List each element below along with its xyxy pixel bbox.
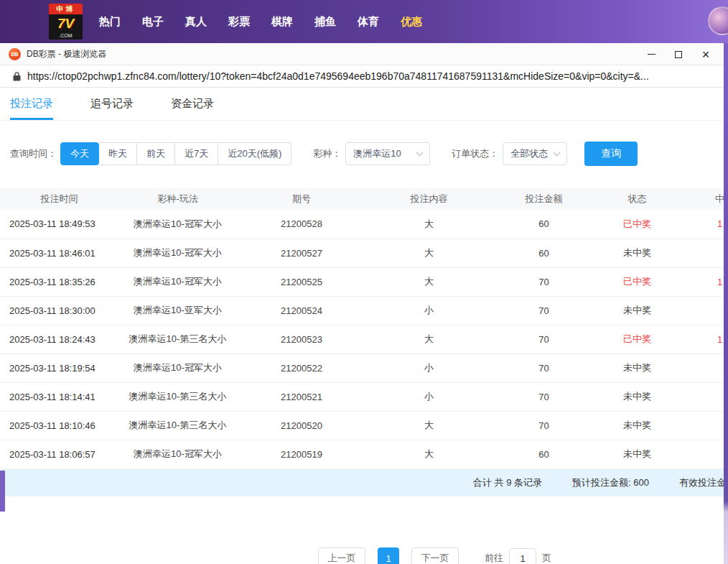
next-page-button[interactable]: 下一页 <box>411 547 459 564</box>
cell-win-amount <box>678 239 724 267</box>
table-row: 2025-03-11 18:19:54 澳洲幸运10-冠军大小 21200522… <box>0 353 724 382</box>
table-header-row: 投注时间彩种-玩法期号投注内容投注金额状态中 <box>0 188 724 210</box>
summary-total: 合计 共 9 条记录 <box>473 476 542 489</box>
column-header: 彩种-玩法 <box>118 188 237 210</box>
browser-window: DB DB彩票 - 极速浏览器 × https://ctop02pchwp1.z… <box>0 43 724 564</box>
goto-page-input[interactable] <box>509 548 536 564</box>
close-icon: × <box>702 48 710 61</box>
nav-item[interactable]: 捕鱼 <box>304 0 347 43</box>
top-nav: 申博 7V .COM 热门电子真人彩票棋牌捕鱼体育优惠 <box>0 0 728 43</box>
minimize-button[interactable] <box>638 43 665 65</box>
window-controls: × <box>638 43 719 65</box>
table-body: 2025-03-11 18:49:53 澳洲幸运10-冠军大小 21200528… <box>0 210 724 468</box>
order-status-select[interactable]: 全部状态 <box>503 142 567 165</box>
column-header: 投注时间 <box>0 188 118 210</box>
desktop-background-left <box>0 471 5 512</box>
url-text[interactable]: https://ctop02pchwp1.zfnc84.com/lottery/… <box>27 70 720 82</box>
cell-issue: 21200524 <box>237 296 366 325</box>
user-avatar[interactable] <box>708 6 728 35</box>
cell-win-amount: 1 <box>678 325 724 353</box>
cell-status: 已中奖 <box>596 210 678 239</box>
nav-item[interactable]: 优惠 <box>390 0 433 43</box>
cell-win-amount: 1 <box>678 267 724 296</box>
column-header: 状态 <box>596 188 678 210</box>
brand-logo[interactable]: 申博 7V .COM <box>49 4 83 40</box>
desktop-background-right <box>724 43 728 564</box>
filter-bar: 查询时间： 今天昨天前天近7天近20天(低频) 彩种： 澳洲幸运10 订单状态：… <box>10 142 724 166</box>
cell-amount: 70 <box>492 296 596 325</box>
time-range-button[interactable]: 前天 <box>137 142 175 165</box>
table-row: 2025-03-11 18:49:53 澳洲幸运10-冠军大小 21200528… <box>0 210 724 239</box>
nav-item[interactable]: 真人 <box>174 0 218 43</box>
main-menu: 热门电子真人彩票棋牌捕鱼体育优惠 <box>88 0 433 43</box>
cell-amount: 70 <box>492 353 596 382</box>
cell-win-amount <box>678 353 724 382</box>
address-bar[interactable]: https://ctop02pchwp1.zfnc84.com/lottery/… <box>0 65 724 88</box>
cell-bet-time: 2025-03-11 18:10:46 <box>0 411 118 440</box>
nav-item[interactable]: 热门 <box>88 0 131 43</box>
summary-valid: 有效投注金额 <box>679 476 724 489</box>
column-header: 中 <box>678 188 724 210</box>
summary-expected: 预计投注金额: 600 <box>572 476 649 489</box>
table-row: 2025-03-11 18:30:00 澳洲幸运10-亚军大小 21200524… <box>0 296 724 325</box>
table-row: 2025-03-11 18:24:43 澳洲幸运10-第三名大小 2120052… <box>0 325 724 353</box>
goto-label: 前往 <box>485 552 503 564</box>
nav-item[interactable]: 棋牌 <box>261 0 304 43</box>
cell-win-amount <box>678 382 724 411</box>
time-range-button[interactable]: 近20天(低频) <box>218 142 291 165</box>
maximize-icon <box>675 51 682 58</box>
logo-text-sub: .COM <box>59 32 72 39</box>
cell-amount: 60 <box>492 239 596 267</box>
tab[interactable]: 资金记录 <box>171 88 214 120</box>
cell-bet-time: 2025-03-11 18:19:54 <box>0 353 118 382</box>
cell-game: 澳洲幸运10-冠军大小 <box>118 440 237 468</box>
time-range-button[interactable]: 今天 <box>60 142 99 165</box>
cell-game: 澳洲幸运10-冠军大小 <box>118 239 237 267</box>
current-page-button[interactable]: 1 <box>378 547 399 564</box>
cell-status: 未中奖 <box>596 440 678 468</box>
lottery-select-value: 澳洲幸运10 <box>353 147 401 160</box>
cell-status: 未中奖 <box>596 411 678 440</box>
summary-bar: 合计 共 9 条记录 预计投注金额: 600 有效投注金额 <box>0 469 724 496</box>
cell-bet-time: 2025-03-11 18:14:41 <box>0 382 118 411</box>
table-row: 2025-03-11 18:46:01 澳洲幸运10-冠军大小 21200527… <box>0 239 724 267</box>
time-filter-label: 查询时间： <box>10 147 57 160</box>
tab[interactable]: 投注记录 <box>10 88 53 120</box>
cell-amount: 70 <box>492 382 596 411</box>
prev-page-button[interactable]: 上一页 <box>318 547 365 564</box>
nav-item[interactable]: 彩票 <box>218 0 261 43</box>
table-row: 2025-03-11 18:35:26 澳洲幸运10-冠军大小 21200525… <box>0 267 724 296</box>
cell-status: 已中奖 <box>596 325 678 353</box>
cell-content: 大 <box>366 325 492 353</box>
time-range-button[interactable]: 昨天 <box>99 142 137 165</box>
logo-text-main: 7V <box>57 14 74 32</box>
table-row: 2025-03-11 18:06:57 澳洲幸运10-冠军大小 21200519… <box>0 440 724 468</box>
lottery-select[interactable]: 澳洲幸运10 <box>345 142 430 165</box>
time-range-button[interactable]: 近7天 <box>175 142 218 165</box>
cell-content: 小 <box>366 382 492 411</box>
cell-game: 澳洲幸运10-冠军大小 <box>118 353 237 382</box>
close-button[interactable]: × <box>692 43 719 65</box>
browser-favicon-icon: DB <box>9 48 21 60</box>
cell-content: 大 <box>366 210 492 239</box>
query-button[interactable]: 查询 <box>584 142 638 166</box>
window-title: DB彩票 - 极速浏览器 <box>27 48 106 60</box>
cell-issue: 21200521 <box>237 382 366 411</box>
cell-game: 澳洲幸运10-第三名大小 <box>118 325 237 353</box>
nav-item[interactable]: 体育 <box>347 0 390 43</box>
nav-item[interactable]: 电子 <box>131 0 174 43</box>
order-status-value: 全部状态 <box>510 147 548 160</box>
maximize-button[interactable] <box>665 43 692 65</box>
chevron-down-icon <box>416 149 424 157</box>
tab[interactable]: 追号记录 <box>90 88 134 120</box>
cell-game: 澳洲幸运10-亚军大小 <box>118 296 237 325</box>
cell-status: 未中奖 <box>596 239 678 267</box>
cell-content: 大 <box>366 239 492 267</box>
cell-bet-time: 2025-03-11 18:06:57 <box>0 440 118 468</box>
cell-status: 已中奖 <box>596 267 678 296</box>
cell-bet-time: 2025-03-11 18:49:53 <box>0 210 118 239</box>
page-unit-label: 页 <box>542 552 551 564</box>
minimize-icon <box>648 54 655 55</box>
cell-game: 澳洲幸运10-冠军大小 <box>118 210 237 239</box>
cell-status: 未中奖 <box>596 382 678 411</box>
